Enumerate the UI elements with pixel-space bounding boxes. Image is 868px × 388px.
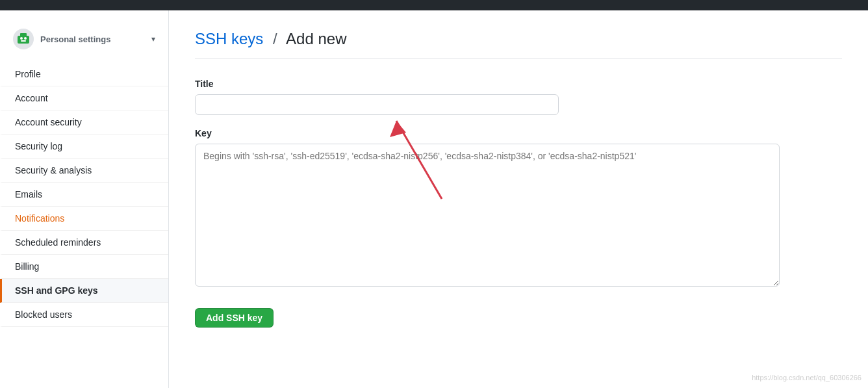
avatar [13, 29, 34, 49]
sidebar-item-profile[interactable]: Profile [0, 62, 168, 86]
add-ssh-key-button[interactable]: Add SSH key [195, 308, 274, 328]
sidebar-item-emails[interactable]: Emails [0, 183, 168, 207]
sidebar-item-account[interactable]: Account [0, 86, 168, 110]
watermark: https://blog.csdn.net/qq_60306266 [752, 374, 862, 382]
sidebar-nav: ProfileAccountAccount securitySecurity l… [0, 62, 168, 327]
main-content: SSH keys / Add new Title Key Add SSH key… [169, 10, 868, 388]
key-group: Key [195, 128, 842, 289]
svg-point-2 [20, 37, 23, 40]
sidebar-item-account-security[interactable]: Account security [0, 110, 168, 135]
sidebar: Personal settings ▾ ProfileAccountAccoun… [0, 10, 169, 388]
sidebar-dropdown-arrow[interactable]: ▾ [151, 34, 155, 44]
key-textarea[interactable] [195, 144, 780, 287]
title-group: Title [195, 79, 842, 115]
page-heading: SSH keys / Add new [195, 30, 842, 59]
breadcrumb-current: Add new [286, 30, 346, 47]
sidebar-user[interactable]: Personal settings ▾ [0, 23, 168, 62]
svg-rect-4 [21, 40, 26, 42]
sidebar-username: Personal settings [40, 34, 110, 44]
svg-rect-1 [20, 33, 27, 37]
sidebar-item-blocked-users[interactable]: Blocked users [0, 303, 168, 327]
title-input[interactable] [195, 94, 559, 115]
svg-point-3 [24, 37, 27, 40]
top-bar [0, 0, 868, 10]
sidebar-item-notifications[interactable]: Notifications [0, 207, 168, 231]
key-label: Key [195, 128, 842, 138]
breadcrumb-link[interactable]: SSH keys [195, 30, 263, 47]
layout: Personal settings ▾ ProfileAccountAccoun… [0, 10, 868, 388]
sidebar-item-security-analysis[interactable]: Security & analysis [0, 159, 168, 183]
sidebar-item-security-log[interactable]: Security log [0, 135, 168, 159]
sidebar-item-scheduled-reminders[interactable]: Scheduled reminders [0, 231, 168, 255]
sidebar-item-ssh-gpg-keys[interactable]: SSH and GPG keys [0, 279, 168, 303]
breadcrumb-separator: / [273, 30, 277, 47]
title-label: Title [195, 79, 842, 89]
sidebar-item-billing[interactable]: Billing [0, 255, 168, 279]
